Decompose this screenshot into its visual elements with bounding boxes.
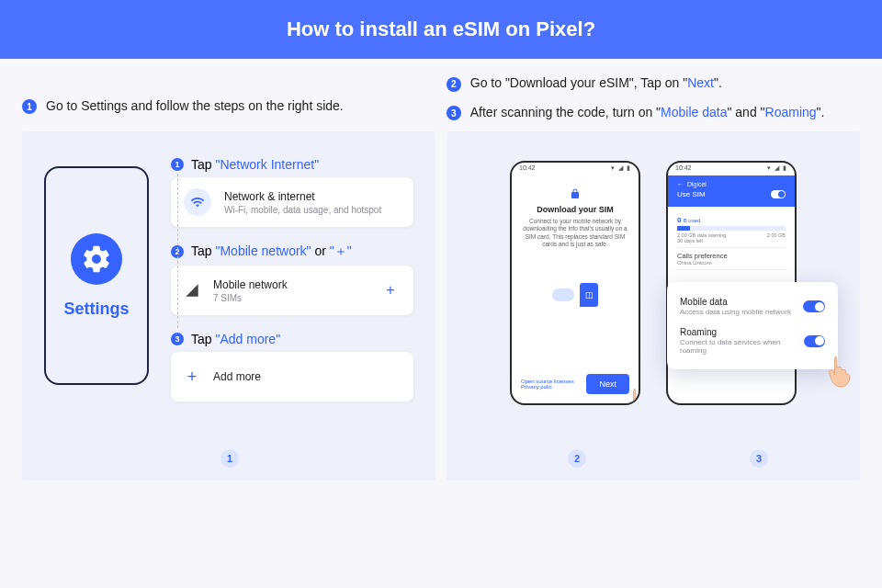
mobile-network-card[interactable]: Mobile network 7 SIMs + — [171, 266, 413, 315]
substep-2: 2 Tap "Mobile network" or "＋" Mobile net… — [171, 243, 413, 315]
substep-1: 1 Tap "Network Internet" Network & inter… — [171, 157, 413, 227]
step-number-badge: 2 — [447, 77, 461, 92]
data-usage-row: 0 B used 2.00 GB data warning30 days lef… — [677, 212, 786, 248]
network-internet-card[interactable]: Network & internet Wi-Fi, mobile, data u… — [171, 177, 413, 227]
next-button[interactable]: Next — [586, 374, 629, 394]
step-number-badge: 3 — [447, 106, 461, 120]
calls-pref-row[interactable]: Calls preference China Unicom — [677, 248, 786, 270]
download-illustration: ◫ — [523, 267, 628, 322]
plus-icon: + — [184, 363, 200, 390]
instruction-3-text: After scanning the code, turn on "Mobile… — [470, 105, 825, 119]
use-sim-toggle[interactable] — [771, 190, 786, 198]
phone-download-sim: 10:42 ▾ ◢ ▮ Download your SIM Connect to… — [510, 161, 640, 405]
panel-1: Settings 1 Tap "Network Internet" Networ… — [22, 131, 435, 481]
instruction-1-wrap: 1 Go to Settings and follow the steps on… — [22, 75, 424, 120]
status-bar: 10:42 ▾ ◢ ▮ — [512, 163, 639, 175]
card-title: Network & internet — [224, 190, 401, 203]
card-title: Mobile network — [213, 278, 368, 291]
mobile-data-toggle[interactable] — [803, 300, 825, 312]
instruction-3: 3 After scanning the code, turn on "Mobi… — [447, 105, 860, 121]
status-icons: ▾ ◢ ▮ — [611, 164, 631, 175]
gear-icon — [71, 233, 122, 285]
roaming-toggle[interactable] — [804, 335, 825, 347]
step-number-badge: 1 — [22, 99, 37, 114]
substep-badge: 3 — [171, 333, 184, 345]
panel-number-badge: 1 — [220, 449, 239, 468]
card-title: Add more — [213, 370, 401, 383]
usage-bar — [677, 226, 786, 231]
plus-icon[interactable]: + — [380, 282, 401, 299]
panels: Settings 1 Tap "Network Internet" Networ… — [0, 131, 882, 503]
lock-icon — [570, 188, 581, 199]
download-title: Download your SIM — [523, 205, 628, 214]
signal-icon — [184, 277, 200, 304]
panel-number-badge: 2 — [568, 449, 586, 468]
mobile-data-label: Mobile data — [680, 297, 791, 307]
status-time: 10:42 — [519, 164, 536, 175]
dashed-connector — [177, 174, 178, 328]
roaming-label: Roaming — [680, 327, 804, 337]
instruction-1-text: Go to Settings and follow the steps on t… — [46, 98, 344, 113]
download-desc: Connect to your mobile network by downlo… — [523, 218, 628, 249]
mobile-data-sub: Access data using mobile network — [680, 308, 791, 316]
instructions-block: 1 Go to Settings and follow the steps on… — [0, 59, 882, 131]
mobile-network-link: "Mobile network" — [215, 243, 311, 258]
settings-label: Settings — [63, 300, 129, 319]
instructions-right: 2 Go to "Download your eSIM", Tap on "Ne… — [447, 75, 860, 120]
status-time: 10:42 — [675, 164, 692, 175]
panel-2-3: 10:42 ▾ ◢ ▮ Download your SIM Connect to… — [447, 131, 860, 481]
carrier-name: ← Digicel — [677, 181, 786, 187]
roaming-link: Roaming — [765, 105, 817, 119]
mobile-data-row: Mobile data Access data using mobile net… — [680, 291, 825, 322]
header: How to install an eSIM on Pixel? — [0, 0, 882, 59]
instruction-1: 1 Go to Settings and follow the steps on… — [22, 98, 344, 115]
add-more-link: "Add more" — [215, 332, 280, 346]
status-bar: 10:42 ▾ ◢ ▮ — [668, 163, 795, 175]
panel-number-badge: 3 — [750, 449, 768, 468]
mobile-data-link: Mobile data — [661, 105, 727, 119]
card-subtitle: 7 SIMs — [213, 293, 368, 303]
sim-icon: ◫ — [580, 283, 598, 307]
use-sim-label: Use SIM — [677, 190, 706, 198]
add-more-card[interactable]: + Add more — [171, 352, 413, 401]
substep-3: 3 Tap "Add more" + Add more — [171, 332, 413, 401]
footer-links[interactable]: Open source licenses Privacy polic — [521, 379, 586, 390]
carrier-header: ← Digicel Use SIM — [668, 175, 795, 207]
cloud-icon — [552, 288, 574, 301]
roaming-row: Roaming Connect to data services when ro… — [680, 322, 825, 360]
instruction-2-text: Go to "Download your eSIM", Tap on "Next… — [470, 75, 722, 90]
status-icons: ▾ ◢ ▮ — [767, 164, 787, 175]
hand-pointer-icon — [825, 355, 853, 388]
steps-column: 1 Tap "Network Internet" Network & inter… — [171, 157, 413, 401]
toggles-overlay: Mobile data Access data using mobile net… — [667, 282, 838, 369]
substep-badge: 1 — [171, 158, 184, 171]
wifi-icon — [184, 188, 211, 216]
instruction-2: 2 Go to "Download your eSIM", Tap on "Ne… — [447, 75, 860, 92]
plus-link: "＋" — [330, 243, 352, 258]
next-link: Next — [687, 75, 714, 90]
network-internet-link: "Network Internet" — [215, 157, 319, 172]
page-title: How to install an eSIM on Pixel? — [287, 17, 595, 41]
card-subtitle: Wi-Fi, mobile, data usage, and hotspot — [224, 205, 401, 215]
settings-phone-illustration: Settings — [44, 166, 149, 385]
roaming-sub: Connect to data services when roaming — [680, 338, 804, 355]
